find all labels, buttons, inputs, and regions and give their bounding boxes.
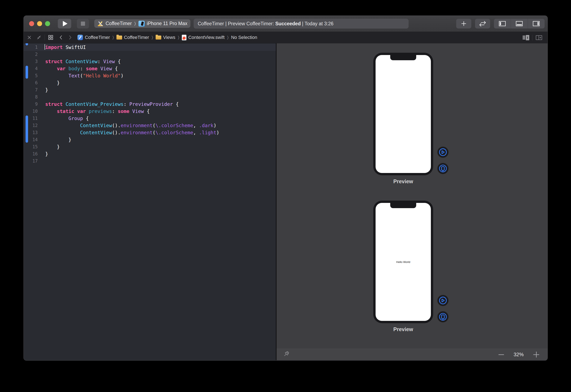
breadcrumb-label: No Selection [231, 35, 257, 40]
breadcrumb-project[interactable]: CoffeeTimer [77, 35, 110, 40]
toolbar: CoffeeTimer 〉 iPhone 11 Pro Max CoffeeTi… [24, 16, 548, 32]
line-number: 6 [24, 79, 38, 86]
swap-arrows-icon [479, 20, 487, 27]
close-editor-button[interactable] [27, 35, 32, 40]
code-text: } [45, 143, 60, 150]
code-text: struct ContentView: View { [45, 58, 121, 65]
toggle-right-panel-button[interactable] [528, 19, 545, 28]
breadcrumb-views-group[interactable]: Views [156, 35, 175, 40]
code-line[interactable]: 17 [24, 157, 276, 165]
pin-preview-button[interactable] [282, 350, 290, 359]
xcode-project-icon [77, 35, 83, 40]
code-line[interactable]: 5 Text("Hello World") [24, 72, 276, 79]
xcode-window: CoffeeTimer 〉 iPhone 11 Pro Max CoffeeTi… [24, 16, 548, 360]
code-line[interactable]: 8 [24, 94, 276, 101]
line-number: 1 [24, 44, 38, 51]
source-editor[interactable]: 1import SwiftUI23struct ContentView: Vie… [24, 43, 276, 360]
pushpin-icon [282, 350, 290, 358]
preview-on-device-button[interactable] [437, 163, 449, 174]
stop-button[interactable] [77, 19, 89, 28]
breadcrumb-label: Views [163, 35, 175, 40]
code-text: static var previews: some View { [45, 108, 150, 115]
device-notch [390, 203, 416, 208]
code-line[interactable]: 1import SwiftUI [24, 44, 276, 51]
code-line[interactable]: 9struct ContentView_Previews: PreviewPro… [24, 101, 276, 108]
line-number: 3 [24, 58, 38, 65]
line-number: 11 [24, 115, 38, 122]
shrink-editor-button[interactable] [36, 35, 42, 40]
code-area[interactable]: 1import SwiftUI23struct ContentView: Vie… [24, 44, 276, 165]
jump-bar: CoffeeTimer 〉 CoffeeTimer 〉 Views 〉 Cont… [24, 32, 548, 43]
code-line[interactable]: 14 } [24, 136, 276, 143]
line-number: 9 [24, 101, 38, 108]
status-text-post: | Today at 3:26 [301, 21, 333, 27]
line-number: 15 [24, 143, 38, 150]
breadcrumb-label: CoffeeTimer [124, 35, 149, 40]
live-preview-button[interactable] [437, 295, 449, 306]
close-window-button[interactable] [29, 21, 34, 26]
line-number: 17 [24, 157, 38, 165]
close-icon [27, 35, 32, 40]
preview-label: Preview [373, 326, 433, 332]
chevron-right-icon: 〉 [134, 21, 136, 26]
folder-icon [156, 36, 161, 40]
code-line[interactable]: 3struct ContentView: View { [24, 58, 276, 65]
preview-bottom-bar: 32% [276, 349, 548, 360]
play-circle-icon [439, 296, 447, 305]
zoom-in-button[interactable] [533, 352, 539, 357]
left-panel-icon [498, 21, 506, 27]
line-number: 4 [24, 65, 38, 72]
preview-device-screen[interactable] [376, 55, 431, 173]
device-circle-icon [439, 312, 447, 321]
preview-device-frame[interactable] [373, 53, 433, 175]
code-line[interactable]: 16} [24, 150, 276, 157]
right-panel-icon [532, 21, 540, 27]
toggle-bottom-panel-button[interactable] [511, 19, 528, 28]
play-circle-icon [439, 148, 447, 156]
code-text: } [45, 86, 48, 94]
toggle-left-panel-button[interactable] [494, 19, 511, 28]
code-text: } [45, 79, 60, 86]
go-forward-button[interactable] [68, 35, 72, 40]
line-number: 7 [24, 86, 38, 94]
app-target-icon [97, 20, 104, 27]
code-line[interactable]: 2 [24, 51, 276, 58]
preview-on-device-button[interactable] [437, 311, 449, 322]
minimize-window-button[interactable] [37, 21, 42, 26]
related-items-button[interactable] [48, 35, 54, 40]
code-text: } [45, 150, 48, 157]
breadcrumb-file[interactable]: ContentView.swift [182, 35, 225, 40]
code-line[interactable]: 13 ContentView().environment(\.colorSche… [24, 129, 276, 136]
line-number: 2 [24, 51, 38, 58]
code-line[interactable]: 12 ContentView().environment(\.colorSche… [24, 122, 276, 129]
zoom-window-button[interactable] [45, 21, 50, 26]
editor-options-button[interactable] [522, 35, 529, 41]
bottom-panel-icon [515, 21, 523, 27]
code-line[interactable]: 15 } [24, 143, 276, 150]
run-button[interactable] [58, 19, 71, 28]
swap-editors-button[interactable] [475, 19, 490, 28]
preview-device-screen[interactable]: Hello World [376, 203, 431, 321]
code-line[interactable]: 6 } [24, 79, 276, 86]
breadcrumb-selection[interactable]: No Selection [231, 35, 257, 40]
preview-label: Preview [373, 178, 433, 184]
preview-device-frame[interactable]: Hello World [373, 201, 433, 323]
add-editor-button[interactable] [535, 35, 542, 41]
code-line[interactable]: 7} [24, 86, 276, 94]
simulator-device-icon [138, 21, 145, 27]
code-line[interactable]: 10 static var previews: some View { [24, 108, 276, 115]
go-back-button[interactable] [59, 35, 63, 40]
library-add-button[interactable] [456, 19, 471, 28]
device-notch [390, 55, 416, 60]
breadcrumb-group[interactable]: CoffeeTimer [117, 35, 149, 40]
breadcrumb-separator: 〉 [112, 35, 114, 40]
editor-options-icon [522, 35, 529, 41]
scheme-selector[interactable]: CoffeeTimer 〉 iPhone 11 Pro Max [94, 19, 190, 28]
zoom-out-button[interactable] [498, 354, 504, 355]
code-line[interactable]: 4 var body: some View { [24, 65, 276, 72]
live-preview-button[interactable] [437, 147, 449, 158]
code-line[interactable]: 11 Group { [24, 115, 276, 122]
preview-canvas: Preview Hello World [276, 43, 548, 360]
grid-icon [48, 35, 54, 40]
panel-toggle-group [494, 19, 545, 28]
